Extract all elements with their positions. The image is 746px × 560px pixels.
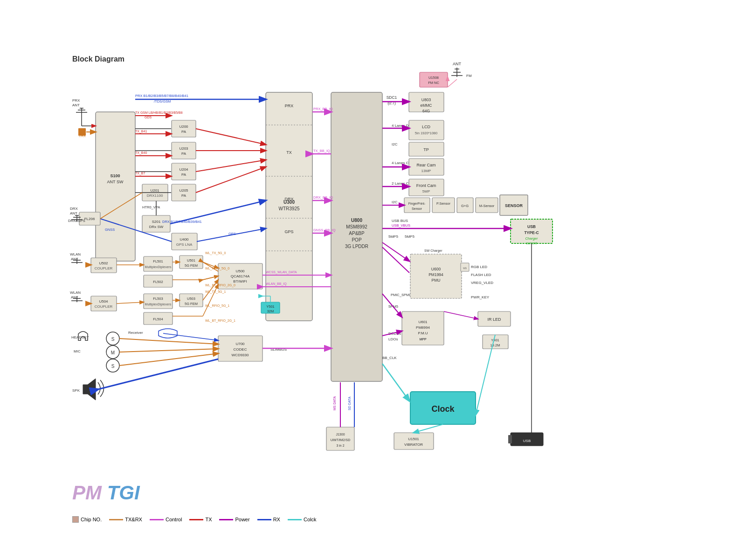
svg-line-252 bbox=[119, 349, 218, 352]
svg-text:Rear Cam: Rear Cam bbox=[416, 163, 435, 167]
legend-tx-line bbox=[189, 519, 203, 520]
svg-text:ANT SW: ANT SW bbox=[107, 180, 124, 184]
svg-text:ANT: ANT bbox=[453, 62, 462, 66]
svg-text:WTR3925: WTR3925 bbox=[278, 206, 299, 211]
svg-text:U803: U803 bbox=[421, 97, 431, 102]
legend-power: Power bbox=[219, 517, 249, 522]
legend-rx-line bbox=[257, 519, 271, 520]
svg-line-292 bbox=[444, 311, 478, 319]
svg-text:Y401: Y401 bbox=[491, 338, 499, 342]
svg-text:P.Sensor: P.Sensor bbox=[436, 201, 450, 206]
pm-tgi-logo: PM TGI bbox=[72, 482, 140, 504]
legend-control-line bbox=[150, 519, 164, 520]
svg-rect-48 bbox=[144, 256, 173, 271]
svg-text:WLAN_BB_IQ: WLAN_BB_IQ bbox=[266, 282, 287, 286]
svg-text:FL501: FL501 bbox=[153, 259, 163, 263]
svg-text:U500: U500 bbox=[235, 269, 245, 273]
svg-text:PWR_KEY: PWR_KEY bbox=[471, 295, 490, 299]
svg-text:32M: 32M bbox=[267, 309, 274, 313]
svg-line-251 bbox=[119, 339, 218, 344]
svg-text:FLASH LED: FLASH LED bbox=[471, 273, 491, 277]
svg-text:TX: TX bbox=[286, 150, 292, 155]
svg-text:U201: U201 bbox=[150, 188, 159, 193]
svg-text:PRX B1/B2/B3/B5/B7/B8/B40/B41: PRX B1/B2/B3/B5/B7/B8/B40/B41 bbox=[135, 94, 188, 98]
svg-text:HEADSET: HEADSET bbox=[71, 335, 89, 339]
svg-text:FL503: FL503 bbox=[153, 297, 163, 301]
svg-text:DRX_BB_IQ: DRX_BB_IQ bbox=[313, 195, 333, 200]
svg-text:J1300: J1300 bbox=[336, 433, 345, 436]
svg-text:3G LPDDR: 3G LPDDR bbox=[345, 244, 368, 249]
svg-text:ANT: ANT bbox=[72, 103, 80, 107]
svg-line-287 bbox=[203, 276, 218, 280]
svg-text:FM NC: FM NC bbox=[428, 81, 439, 85]
svg-text:U203: U203 bbox=[179, 146, 188, 151]
svg-line-202 bbox=[196, 167, 266, 193]
svg-text:U1501: U1501 bbox=[408, 437, 419, 441]
legend-chip: Chip NO. bbox=[72, 516, 102, 523]
svg-text:IR LED: IR LED bbox=[487, 317, 501, 322]
svg-text:AP&BP: AP&BP bbox=[349, 231, 365, 236]
svg-text:S: S bbox=[111, 364, 115, 369]
svg-text:S100: S100 bbox=[110, 173, 120, 178]
svg-text:CODEC: CODEC bbox=[234, 347, 247, 352]
svg-rect-41 bbox=[172, 233, 197, 250]
svg-text:QCA6174A: QCA6174A bbox=[231, 274, 250, 278]
svg-text:FL206: FL206 bbox=[84, 217, 95, 221]
svg-text:I2C: I2C bbox=[392, 142, 398, 146]
svg-line-233 bbox=[448, 79, 457, 87]
svg-text:U501: U501 bbox=[187, 258, 195, 263]
svg-text:PA: PA bbox=[181, 173, 186, 177]
svg-line-250 bbox=[163, 333, 218, 340]
svg-text:PMU: PMU bbox=[432, 278, 441, 283]
legend-rx-label: RX bbox=[273, 517, 280, 522]
svg-text:ANT: ANT bbox=[70, 211, 77, 215]
svg-text:5MP: 5MP bbox=[422, 189, 430, 194]
svg-text:I2C: I2C bbox=[392, 200, 398, 204]
svg-rect-23 bbox=[172, 142, 196, 159]
svg-text:FM: FM bbox=[466, 74, 472, 78]
svg-text:PM8994: PM8994 bbox=[416, 325, 430, 330]
svg-text:FL502: FL502 bbox=[153, 280, 163, 284]
diagram-container: Block Diagram bbox=[0, 0, 746, 560]
svg-text:BT/WIFI: BT/WIFI bbox=[233, 279, 247, 283]
svg-text:RGB LED: RGB LED bbox=[471, 265, 487, 269]
svg-text:PRX_BB_IQ: PRX_BB_IQ bbox=[313, 107, 333, 111]
svg-rect-150 bbox=[394, 433, 434, 449]
svg-text:U1: U1 bbox=[463, 267, 467, 270]
svg-text:WL_TX_5G_0: WL_TX_5G_0 bbox=[205, 251, 226, 255]
svg-text:WL_BT_RFIO_2G_1: WL_BT_RFIO_2G_1 bbox=[205, 319, 235, 323]
svg-text:TX_B41: TX_B41 bbox=[135, 130, 147, 133]
svg-text:Clock: Clock bbox=[431, 404, 455, 414]
svg-text:MPP: MPP bbox=[419, 338, 427, 341]
legend-chip-box bbox=[72, 516, 79, 523]
svg-text:U700: U700 bbox=[235, 342, 245, 346]
svg-text:Front Cam: Front Cam bbox=[416, 183, 436, 188]
legend-txrx-line bbox=[109, 519, 123, 520]
svg-line-245 bbox=[414, 424, 443, 433]
legend-tx: TX bbox=[189, 517, 212, 522]
svg-text:LDOs: LDOs bbox=[388, 337, 398, 341]
svg-text:FingerPrint-: FingerPrint- bbox=[408, 202, 426, 206]
svg-text:USB_VBUS: USB_VBUS bbox=[392, 223, 410, 228]
svg-text:TX_B7: TX_B7 bbox=[135, 172, 145, 175]
svg-text:TP: TP bbox=[423, 147, 429, 152]
svg-line-241 bbox=[382, 247, 409, 273]
svg-text:USB: USB bbox=[523, 439, 531, 443]
svg-text:MIC: MIC bbox=[74, 349, 81, 353]
svg-text:WCSS_WLAN_DATA: WCSS_WLAN_DATA bbox=[266, 270, 297, 274]
legend-control-label: Control bbox=[166, 517, 182, 522]
svg-text:LCD: LCD bbox=[422, 124, 431, 129]
svg-text:U800: U800 bbox=[351, 218, 362, 223]
svg-text:Charger: Charger bbox=[525, 236, 538, 241]
svg-text:PMIC_SPMI: PMIC_SPMI bbox=[391, 293, 410, 297]
svg-rect-158 bbox=[508, 435, 512, 443]
legend-clock-label: Colck bbox=[304, 517, 317, 522]
svg-text:13MP: 13MP bbox=[421, 169, 431, 173]
svg-text:eMMC: eMMC bbox=[420, 103, 432, 108]
svg-text:P.M.U: P.M.U bbox=[418, 331, 428, 335]
svg-text:G+G: G+G bbox=[461, 204, 469, 208]
svg-text:5G FEM: 5G FEM bbox=[185, 302, 198, 306]
legend-rx: RX bbox=[257, 517, 280, 522]
svg-text:SW Charger: SW Charger bbox=[424, 249, 442, 253]
legend-power-label: Power bbox=[235, 517, 249, 522]
